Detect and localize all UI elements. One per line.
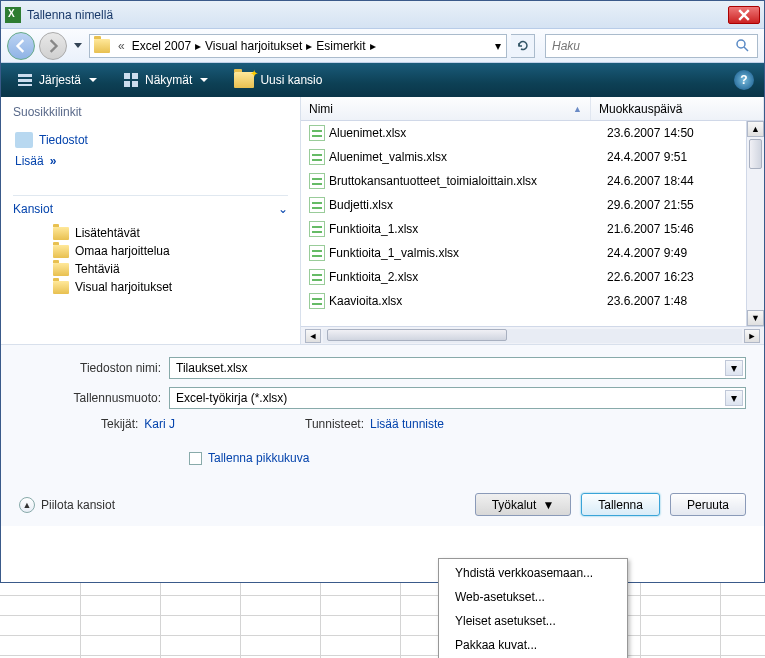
svg-rect-3 [18,84,32,86]
authors-label: Tekijät: [101,417,138,431]
svg-rect-4 [124,73,130,79]
refresh-button[interactable] [511,34,535,58]
file-row[interactable]: Bruttokansantuotteet_toimialoittain.xlsx… [301,169,764,193]
hide-folders-label: Piilota kansiot [41,498,115,512]
save-as-dialog: Tallenna nimellä « Excel 2007 ▸ Visual h… [0,0,765,583]
tools-menu: Yhdistä verkkoasemaan... Web-asetukset..… [438,558,628,583]
close-button[interactable] [728,6,760,24]
breadcrumb-chevron[interactable]: ▸ [369,34,377,58]
file-date: 23.6.2007 14:50 [607,126,764,140]
folder-icon [94,39,110,53]
authors-field[interactable]: Tekijät: Kari J [101,417,175,431]
file-name: Funktioita_1_valmis.xlsx [329,246,607,260]
scroll-track[interactable] [323,329,742,343]
vertical-scrollbar[interactable]: ▲ ▼ [746,121,764,326]
file-date: 24.6.2007 18:44 [607,174,764,188]
more-arrow-icon: » [50,154,57,168]
tree-label: Tehtäviä [75,262,120,276]
hide-folders-toggle[interactable]: ▲ Piilota kansiot [19,497,115,513]
scroll-thumb[interactable] [327,329,507,341]
save-thumbnail-checkbox[interactable] [189,452,202,465]
file-row[interactable]: Funktioita_2.xlsx22.6.2007 16:23 [301,265,764,289]
file-row[interactable]: Funktioita_1.xlsx21.6.2007 15:46 [301,217,764,241]
new-folder-button[interactable]: Uusi kansio [228,69,328,91]
breadcrumb-item[interactable]: Excel 2007 [129,37,194,55]
chevron-down-icon [74,43,82,49]
arrow-left-icon [14,39,28,53]
xlsx-icon [309,197,325,213]
arrow-right-icon [46,39,60,53]
search-icon [735,38,751,54]
combo-dropdown[interactable]: ▾ [725,390,743,406]
documents-icon [15,132,33,148]
menu-item-map-drive[interactable]: Yhdistä verkkoasemaan... [441,561,625,583]
more-label: Lisää [15,154,44,168]
file-row[interactable]: Budjetti.xlsx29.6.2007 21:55 [301,193,764,217]
favorites-more[interactable]: Lisää » [13,151,288,171]
tree-item[interactable]: Visual harjoitukset [53,278,288,296]
column-name[interactable]: Nimi ▲ [301,97,591,120]
authors-value[interactable]: Kari J [144,417,175,431]
tree-item[interactable]: Tehtäviä [53,260,288,278]
xlsx-icon [309,173,325,189]
file-row[interactable]: Aluenimet.xlsx23.6.2007 14:50 [301,121,764,145]
filename-combo[interactable]: Tilaukset.xlsx ▾ [169,357,746,379]
nav-bar: « Excel 2007 ▸ Visual harjoitukset ▸ Esi… [1,29,764,63]
breadcrumb-chevron[interactable]: ▸ [305,34,313,58]
horizontal-scrollbar[interactable]: ◄ ► [301,326,764,344]
folders-tree: Lisätehtävät Omaa harjoittelua Tehtäviä … [13,224,288,296]
cancel-button[interactable]: Peruuta [670,493,746,516]
breadcrumb-chevron[interactable]: ▸ [194,34,202,58]
tools-button[interactable]: Työkalut ▼ [475,493,572,516]
chevron-up-icon: ▲ [19,497,35,513]
chevron-down-icon [89,78,97,83]
back-button[interactable] [7,32,35,60]
svg-rect-1 [18,74,32,77]
save-thumbnail-label[interactable]: Tallenna pikkukuva [208,451,309,465]
xlsx-icon [309,245,325,261]
tags-value[interactable]: Lisää tunniste [370,417,444,431]
help-icon: ? [740,73,747,87]
breadcrumb-item[interactable]: Esimerkit [313,37,368,55]
help-button[interactable]: ? [734,70,754,90]
scroll-left-button[interactable]: ◄ [305,329,321,343]
filetype-value: Excel-työkirja (*.xlsx) [176,391,287,405]
scroll-thumb[interactable] [749,139,762,169]
breadcrumb-bar[interactable]: « Excel 2007 ▸ Visual harjoitukset ▸ Esi… [89,34,507,58]
folder-icon [53,281,69,294]
column-label: Nimi [309,102,333,116]
file-row[interactable]: Aluenimet_valmis.xlsx24.4.2007 9:51 [301,145,764,169]
svg-point-0 [737,40,745,48]
tree-item[interactable]: Lisätehtävät [53,224,288,242]
scroll-right-button[interactable]: ► [744,329,760,343]
chevron-down-icon: ▼ [542,498,554,512]
breadcrumb-item[interactable]: Visual harjoitukset [202,37,305,55]
tags-label: Tunnisteet: [305,417,364,431]
scroll-down-button[interactable]: ▼ [747,310,764,326]
search-input[interactable] [552,39,735,53]
scroll-up-button[interactable]: ▲ [747,121,764,137]
chevron-down-icon [200,78,208,83]
file-row[interactable]: Funktioita_1_valmis.xlsx24.4.2007 9:49 [301,241,764,265]
history-dropdown[interactable] [71,34,85,58]
column-date[interactable]: Muokkauspäivä [591,97,764,120]
search-box[interactable] [545,34,758,58]
save-button[interactable]: Tallenna [581,493,660,516]
views-button[interactable]: Näkymät [117,69,214,91]
xlsx-icon [309,293,325,309]
titlebar[interactable]: Tallenna nimellä [1,1,764,29]
combo-dropdown[interactable]: ▾ [725,360,743,376]
folders-header[interactable]: Kansiot ⌄ [13,195,288,216]
tree-item[interactable]: Omaa harjoittelua [53,242,288,260]
file-row[interactable]: Kaavioita.xlsx23.6.2007 1:48 [301,289,764,313]
tags-field[interactable]: Tunnisteet: Lisää tunniste [305,417,444,431]
file-date: 22.6.2007 16:23 [607,270,764,284]
favorites-documents[interactable]: Tiedostot [13,129,288,151]
organize-button[interactable]: Järjestä [11,69,103,91]
breadcrumb-recent[interactable]: ▾ [494,34,502,58]
filename-label: Tiedoston nimi: [19,361,169,375]
file-date: 21.6.2007 15:46 [607,222,764,236]
forward-button[interactable] [39,32,67,60]
tree-label: Lisätehtävät [75,226,140,240]
filetype-combo[interactable]: Excel-työkirja (*.xlsx) ▾ [169,387,746,409]
